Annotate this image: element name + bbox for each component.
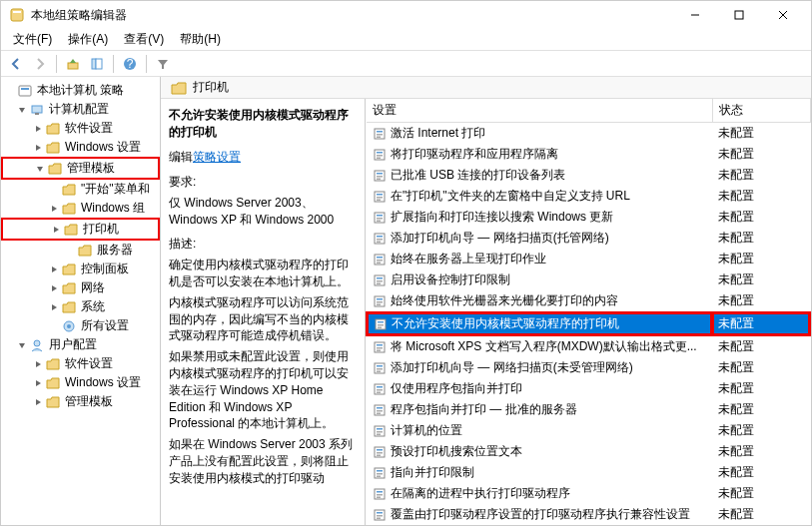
tree-user-config[interactable]: 用户配置 [1, 335, 160, 354]
expand-icon[interactable] [31, 376, 45, 390]
svg-rect-76 [377, 431, 383, 433]
svg-rect-35 [377, 215, 383, 217]
expand-icon[interactable] [47, 281, 61, 295]
policy-list[interactable]: 设置 状态 激活 Internet 打印未配置将打印驱动程序和应用程序隔离未配置… [366, 99, 811, 526]
menu-help[interactable]: 帮助(H) [172, 29, 229, 50]
policy-row[interactable]: 预设打印机搜索位置文本未配置 [367, 441, 810, 462]
tree-start-menu[interactable]: "开始"菜单和 [1, 180, 160, 199]
column-header-setting[interactable]: 设置 [367, 99, 712, 123]
maximize-button[interactable] [719, 3, 759, 27]
close-button[interactable] [763, 3, 803, 27]
policy-icon [373, 253, 387, 266]
policy-setting-text: 仅使用程序包指向并打印 [391, 381, 522, 395]
app-icon [9, 7, 25, 23]
edit-policy-link[interactable]: 策略设置 [193, 150, 241, 164]
policy-row[interactable]: 将打印驱动程序和应用程序隔离未配置 [367, 144, 810, 165]
tree-network[interactable]: 网络 [1, 278, 160, 297]
svg-rect-32 [377, 197, 383, 199]
policy-icon [374, 317, 388, 331]
tree-label: 本地计算机 策略 [37, 82, 124, 99]
expand-icon[interactable] [47, 202, 61, 216]
minimize-button[interactable] [675, 3, 715, 27]
filter-button[interactable] [152, 53, 174, 75]
svg-rect-67 [377, 386, 383, 388]
policy-row[interactable]: 仅使用程序包指向并打印未配置 [367, 378, 810, 399]
policy-row[interactable]: 扩展指向和打印连接以搜索 Windows 更新未配置 [367, 207, 810, 228]
tree-label: 控制面板 [81, 261, 129, 277]
folder-icon [45, 121, 61, 137]
folder-icon [45, 140, 61, 156]
policy-icon [373, 445, 387, 459]
tree-servers[interactable]: 服务器 [1, 241, 160, 260]
policy-row[interactable]: 计算机的位置未配置 [367, 420, 810, 441]
policy-row[interactable]: 将 Microsoft XPS 文档写入程序(MXDW)默认输出格式更...未配… [367, 335, 810, 357]
policy-row[interactable]: 程序包指向并打印 — 批准的服务器未配置 [367, 399, 810, 420]
svg-rect-81 [377, 454, 381, 456]
menu-file[interactable]: 文件(F) [5, 29, 60, 50]
column-header-state[interactable]: 状态 [712, 99, 810, 123]
expand-icon[interactable] [31, 122, 45, 136]
back-button[interactable] [5, 53, 27, 75]
tree-windows-components[interactable]: Windows 组 [1, 199, 160, 218]
policy-row[interactable]: 指向并打印限制未配置 [367, 462, 810, 483]
folder-icon [61, 182, 77, 198]
policy-setting-cell: 计算机的位置 [367, 420, 712, 441]
tree-windows-settings-user[interactable]: Windows 设置 [1, 373, 160, 392]
menu-view[interactable]: 查看(V) [116, 29, 172, 50]
expand-icon[interactable] [31, 395, 45, 409]
tree-all-settings[interactable]: 所有设置 [1, 316, 160, 335]
help-button[interactable]: ? [119, 53, 141, 75]
svg-rect-68 [377, 389, 383, 391]
tree-system[interactable]: 系统 [1, 297, 160, 316]
policy-row[interactable]: 始终在服务器上呈现打印作业未配置 [367, 249, 810, 269]
policy-row[interactable]: 已批准 USB 连接的打印设备列表未配置 [367, 165, 810, 186]
policy-setting-cell: 已批准 USB 连接的打印设备列表 [367, 165, 712, 186]
expand-icon[interactable] [47, 263, 61, 276]
policy-setting-cell: 将打印驱动程序和应用程序隔离 [367, 144, 712, 165]
svg-rect-8 [96, 59, 102, 69]
tree-computer-config[interactable]: 计算机配置 [1, 100, 160, 119]
tree-software-settings[interactable]: 软件设置 [1, 119, 160, 138]
tree-control-panel[interactable]: 控制面板 [1, 260, 160, 278]
tree-admin-templates-user[interactable]: 管理模板 [1, 392, 160, 411]
tree-printers[interactable]: 打印机 [1, 218, 160, 241]
policy-row[interactable]: 覆盖由打印驱动程序设置的打印驱动程序执行兼容性设置未配置 [367, 504, 810, 525]
window-titlebar: 本地组策略编辑器 [1, 1, 811, 29]
up-button[interactable] [62, 53, 84, 75]
policy-state-cell: 未配置 [712, 462, 810, 483]
policy-setting-cell: 始终在服务器上呈现打印作业 [367, 249, 712, 269]
expand-icon[interactable] [49, 223, 63, 237]
expand-icon[interactable] [31, 141, 45, 155]
svg-rect-6 [68, 63, 78, 69]
collapse-icon[interactable] [33, 162, 47, 176]
forward-button[interactable] [29, 53, 51, 75]
policy-row[interactable]: 添加打印机向导 — 网络扫描页(托管网络)未配置 [367, 228, 810, 249]
expand-icon[interactable] [47, 300, 61, 314]
computer-icon [29, 102, 45, 118]
collapse-icon[interactable] [15, 338, 29, 352]
policy-row[interactable]: 激活 Internet 打印未配置 [367, 123, 810, 145]
tree-admin-templates[interactable]: 管理模板 [1, 157, 160, 180]
menu-action[interactable]: 操作(A) [60, 29, 116, 50]
tree-software-settings-user[interactable]: 软件设置 [1, 354, 160, 373]
svg-rect-77 [377, 433, 381, 435]
expand-icon[interactable] [31, 357, 45, 371]
toolbar-separator [146, 55, 147, 73]
svg-rect-92 [377, 515, 383, 517]
description-label: 描述: [169, 236, 357, 253]
policy-row[interactable]: 添加打印机向导 — 网络扫描页(未受管理网络)未配置 [367, 357, 810, 378]
policy-row[interactable]: 不允许安装使用内核模式驱动程序的打印机未配置 [367, 312, 810, 335]
detail-split: 不允许安装使用内核模式驱动程序的打印机 编辑策略设置 要求: 仅 Windows… [161, 99, 811, 526]
policy-row[interactable]: 在隔离的进程中执行打印驱动程序未配置 [367, 483, 810, 504]
tree-root[interactable]: 本地计算机 策略 [1, 81, 160, 100]
toolbar-separator [113, 55, 114, 73]
navigation-tree[interactable]: 本地计算机 策略 计算机配置 软件设置 Windows 设置 管理模板 "开始"… [1, 77, 161, 526]
show-hide-tree-button[interactable] [86, 53, 108, 75]
policy-row[interactable]: 在"打印机"文件夹的左窗格中自定义支持 URL未配置 [367, 186, 810, 207]
collapse-icon[interactable] [15, 103, 29, 117]
edit-label: 编辑 [169, 150, 193, 164]
description-body: 如果禁用或未配置此设置，则使用内核模式驱动程序的打印机可以安装在运行 Windo… [169, 348, 357, 432]
policy-row[interactable]: 始终使用软件光栅器来光栅化要打印的内容未配置 [367, 290, 810, 312]
tree-windows-settings[interactable]: Windows 设置 [1, 138, 160, 157]
policy-row[interactable]: 启用设备控制打印限制未配置 [367, 269, 810, 290]
